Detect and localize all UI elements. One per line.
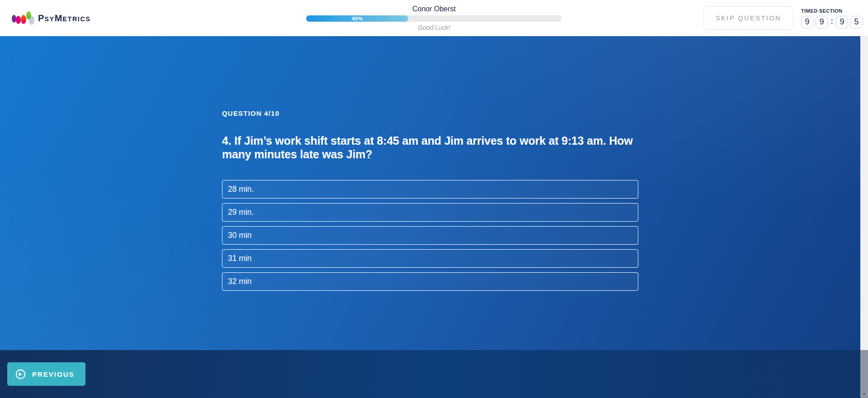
progress-percent-label: 40% [352, 16, 363, 21]
header-right: SKIP QUESTION TIMED SECTION 9 9 : 9 5 [703, 0, 863, 36]
scroll-down-arrow-icon[interactable]: ▾ [863, 392, 865, 398]
timer-digit: 5 [850, 16, 863, 28]
timed-section: TIMED SECTION 9 9 : 9 5 [801, 8, 863, 28]
timer-colon: : [830, 17, 833, 25]
circled-left-arrow-icon [15, 369, 26, 379]
footer-bar: PREVIOUS [0, 350, 868, 398]
scrollbar-thumb[interactable]: ▾ [860, 350, 868, 398]
answer-option[interactable]: 31 min [222, 249, 638, 268]
candidate-name: Conor Oberst [412, 5, 456, 13]
answer-option[interactable]: 32 min [222, 272, 638, 291]
previous-button-label: PREVIOUS [32, 370, 75, 378]
skip-question-button[interactable]: SKIP QUESTION [703, 6, 793, 30]
timed-section-label: TIMED SECTION [801, 8, 863, 14]
question-text: 4. If Jim’s work shift starts at 8:45 am… [222, 134, 658, 161]
timer-digit: 9 [836, 16, 848, 28]
logo-dots-icon [12, 11, 34, 25]
progress-bar: 40% [306, 15, 562, 22]
progress-section: Conor Oberst 40% Good Luck! [306, 0, 562, 36]
question-area: QUESTION 4/10 4. If Jim’s work shift sta… [0, 36, 868, 350]
page: PSYMETRICS Conor Oberst 40% Good Luck! S… [0, 0, 868, 398]
previous-button[interactable]: PREVIOUS [7, 362, 85, 386]
question-counter: QUESTION 4/10 [222, 109, 665, 117]
question-content: QUESTION 4/10 4. If Jim’s work shift sta… [222, 109, 665, 295]
timer-digits: 9 9 : 9 5 [801, 16, 863, 28]
timer-digit: 9 [816, 16, 828, 28]
psymetrics-logo: PSYMETRICS [12, 0, 91, 36]
answer-option[interactable]: 30 min [222, 226, 638, 245]
timer-digit: 9 [801, 16, 813, 28]
header: PSYMETRICS Conor Oberst 40% Good Luck! S… [0, 0, 868, 36]
progress-fill: 40% [306, 15, 408, 22]
logo-wordmark: PSYMETRICS [38, 13, 91, 24]
answer-option[interactable]: 29 min. [222, 203, 638, 222]
good-luck-text: Good Luck! [418, 24, 450, 31]
vertical-scrollbar[interactable]: ▾ [860, 36, 868, 398]
answer-options: 28 min. 29 min. 30 min 31 min 32 min [222, 180, 638, 291]
answer-option[interactable]: 28 min. [222, 180, 638, 199]
